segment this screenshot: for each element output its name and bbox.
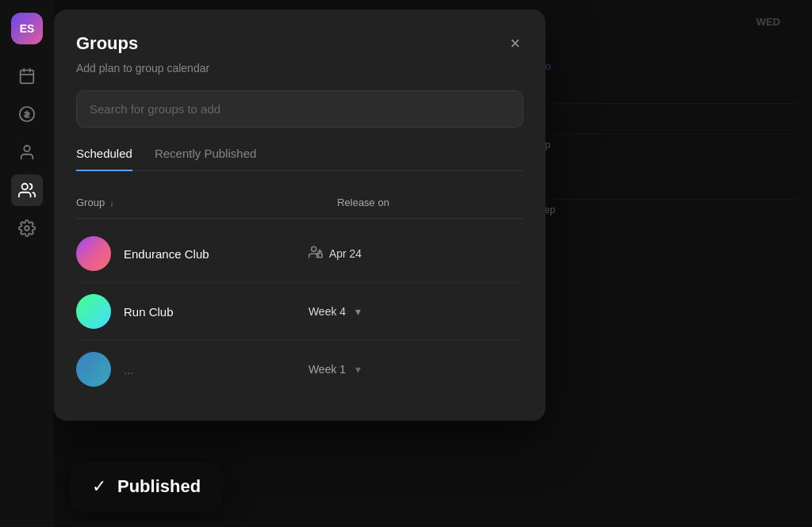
main-area: WED Movement Q... ⋯ Warmup Plank Row xyxy=(54,0,812,527)
group-name-run: Run Club xyxy=(124,305,296,319)
groups-modal: Groups × Add plan to group calendar Sche… xyxy=(54,10,546,421)
modal-overlay: Groups × Add plan to group calendar Sche… xyxy=(54,0,812,527)
col-group-label: Group xyxy=(76,197,105,208)
sort-arrow-icon: ↓ xyxy=(109,198,114,208)
sidebar-item-calendar[interactable] xyxy=(11,60,43,92)
search-input[interactable] xyxy=(76,90,523,128)
modal-header: Groups × xyxy=(76,32,523,55)
sidebar-item-group[interactable] xyxy=(11,174,43,206)
sidebar: ES xyxy=(0,0,54,527)
col-release-label: Release on xyxy=(337,197,523,208)
sidebar-item-person[interactable] xyxy=(11,136,43,168)
search-wrap xyxy=(76,90,523,128)
svg-point-9 xyxy=(312,246,316,251)
group-avatar-endurance xyxy=(76,236,111,271)
group-name-endurance: Endurance Club xyxy=(124,247,296,261)
published-toast: ✓ Published xyxy=(70,462,223,511)
published-label: Published xyxy=(117,476,201,497)
svg-point-6 xyxy=(24,146,29,151)
group-row-third: ... Week 1 ▾ xyxy=(76,341,523,399)
svg-point-8 xyxy=(25,226,29,231)
modal-close-button[interactable]: × xyxy=(507,32,523,55)
dropdown-arrow-run[interactable]: ▾ xyxy=(355,305,361,318)
avatar[interactable]: ES xyxy=(11,13,43,44)
modal-subtitle: Add plan to group calendar xyxy=(76,62,523,74)
dropdown-arrow-third[interactable]: ▾ xyxy=(355,363,361,376)
sidebar-item-dollar[interactable] xyxy=(11,98,43,130)
modal-tabs: Scheduled Recently Published xyxy=(76,147,523,171)
release-week-run: Week 4 xyxy=(308,305,346,318)
group-avatar-run xyxy=(76,294,111,329)
release-date-endurance: Apr 24 xyxy=(329,247,362,260)
group-avatar-third xyxy=(76,352,111,387)
sidebar-item-gear[interactable] xyxy=(11,212,43,244)
tab-scheduled[interactable]: Scheduled xyxy=(76,147,132,171)
group-name-third: ... xyxy=(124,363,296,376)
svg-rect-0 xyxy=(21,71,34,84)
group-row-endurance: Endurance Club Apr 24 xyxy=(76,225,523,283)
group-row-run: Run Club Week 4 ▾ xyxy=(76,283,523,341)
release-col-third: Week 1 ▾ xyxy=(308,363,523,376)
svg-point-7 xyxy=(22,184,28,189)
modal-title: Groups xyxy=(76,33,138,54)
release-col-run: Week 4 ▾ xyxy=(308,305,523,318)
table-header: Group ↓ Release on xyxy=(76,190,523,219)
schedule-icon xyxy=(308,245,323,262)
release-week-third: Week 1 xyxy=(308,363,346,376)
check-icon: ✓ xyxy=(92,476,106,497)
groups-table: Group ↓ Release on Endurance Club Apr 24 xyxy=(76,190,523,399)
release-col-endurance: Apr 24 xyxy=(308,245,523,262)
tab-recently-published[interactable]: Recently Published xyxy=(155,147,256,171)
